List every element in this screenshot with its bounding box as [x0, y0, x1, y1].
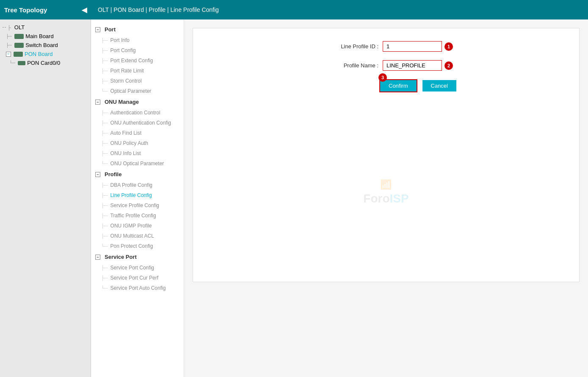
menu-item-dba-profile[interactable]: ├─DBA Profile Config [91, 180, 184, 190]
menu-item-service-port-config[interactable]: ├─Service Port Config [91, 263, 184, 273]
form-buttons-row: Confirm Cancel 3 [202, 79, 571, 92]
main-panel: Line Profile ID : 1 Profile Name : 2 [184, 19, 588, 377]
input-profile-id[interactable] [383, 41, 442, 52]
menu-panel: − Port ├─Port Info ├─Port Config ├─Port … [91, 19, 184, 377]
menu-item-service-profile[interactable]: ├─Service Profile Config [91, 200, 184, 211]
label-profile-id: Line Profile ID : [319, 43, 378, 50]
menu-section-onu-manage[interactable]: − ONU Manage [91, 96, 184, 108]
menu-item-auto-find-list[interactable]: ├─Auto Find List [91, 128, 184, 138]
badge-1: 1 [444, 42, 453, 51]
menu-item-traffic-profile[interactable]: ├─Traffic Profile Config [91, 211, 184, 221]
tree-node-pon-card[interactable]: └─ PON Card0/0 [7, 58, 91, 67]
watermark-wifi-icon: 📶 [363, 179, 409, 190]
badge-2: 2 [444, 61, 453, 70]
form-container: Line Profile ID : 1 Profile Name : 2 [193, 28, 580, 282]
menu-item-service-port-auto-config[interactable]: └─Service Port Auto Config [91, 283, 184, 293]
pon-card-icon [18, 61, 25, 65]
menu-item-optical-parameter[interactable]: └─Optical Parameter [91, 86, 184, 96]
menu-item-onu-auth-config[interactable]: ├─ONU Authentication Config [91, 118, 184, 128]
form-row-profile-id: Line Profile ID : 1 [202, 41, 571, 52]
menu-item-port-extend-config[interactable]: ├─Port Extend Config [91, 55, 184, 66]
watermark: 📶 ForoISP [363, 179, 409, 205]
menu-item-line-profile[interactable]: ├─Line Profile Config [91, 190, 184, 200]
menu-item-onu-info-list[interactable]: ├─ONU Info List [91, 148, 184, 158]
confirm-button[interactable]: Confirm [379, 79, 417, 92]
switch-board-icon [14, 43, 24, 48]
tree-node-switch-board[interactable]: ├─ Switch Board [3, 41, 91, 50]
watermark-text: ForoISP [363, 192, 409, 205]
sidebar-tree: ├ OLT ├─ Main Board ├─ Switch Board − [0, 19, 91, 377]
input-profile-name[interactable] [383, 60, 442, 71]
main-board-icon [14, 34, 24, 39]
menu-item-onu-optical-parameter[interactable]: └─ONU Optical Parameter [91, 158, 184, 169]
section-box-service-port[interactable]: − [95, 255, 100, 260]
pon-board-icon [14, 52, 23, 57]
tree-node-main-board[interactable]: ├─ Main Board [3, 32, 91, 41]
menu-item-port-config[interactable]: ├─Port Config [91, 45, 184, 55]
menu-item-storm-control[interactable]: ├─Storm Control [91, 76, 184, 86]
sidebar-header: Tree Topology ◀ [0, 0, 91, 19]
cancel-button[interactable]: Cancel [422, 80, 456, 91]
menu-section-port[interactable]: − Port [91, 24, 184, 35]
collapse-arrow-icon[interactable]: ◀ [82, 6, 87, 14]
menu-item-service-port-cur-perf[interactable]: ├─Service Port Cur Perf [91, 273, 184, 283]
label-profile-name: Profile Name : [319, 62, 378, 69]
menu-item-port-rate-limit[interactable]: ├─Port Rate Limit [91, 66, 184, 76]
breadcrumb: OLT | PON Board | Profile | Line Profile… [91, 0, 588, 19]
menu-item-pon-protect[interactable]: └─Pon Protect Config [91, 241, 184, 251]
section-box-port[interactable]: − [95, 27, 100, 32]
menu-item-onu-policy-auth[interactable]: ├─ONU Policy Auth [91, 138, 184, 148]
tree-node-olt[interactable]: ├ OLT [0, 23, 91, 32]
sidebar-title: Tree Topology [4, 6, 47, 14]
tree-node-pon-board[interactable]: − PON Board [3, 50, 91, 58]
expand-box-pon[interactable]: − [6, 52, 11, 57]
menu-section-profile[interactable]: − Profile [91, 169, 184, 180]
form-row-profile-name: Profile Name : 2 [202, 60, 571, 71]
section-box-profile[interactable]: − [95, 172, 100, 177]
badge-3: 3 [378, 73, 387, 82]
menu-section-service-port[interactable]: − Service Port [91, 251, 184, 263]
menu-item-auth-control[interactable]: ├─Authentication Control [91, 108, 184, 118]
section-box-onu[interactable]: − [95, 100, 100, 105]
menu-item-onu-multicast-acl[interactable]: ├─ONU Multicast ACL [91, 231, 184, 241]
menu-item-port-info[interactable]: ├─Port Info [91, 35, 184, 45]
menu-item-onu-igmp-profile[interactable]: ├─ONU IGMP Profile [91, 221, 184, 231]
